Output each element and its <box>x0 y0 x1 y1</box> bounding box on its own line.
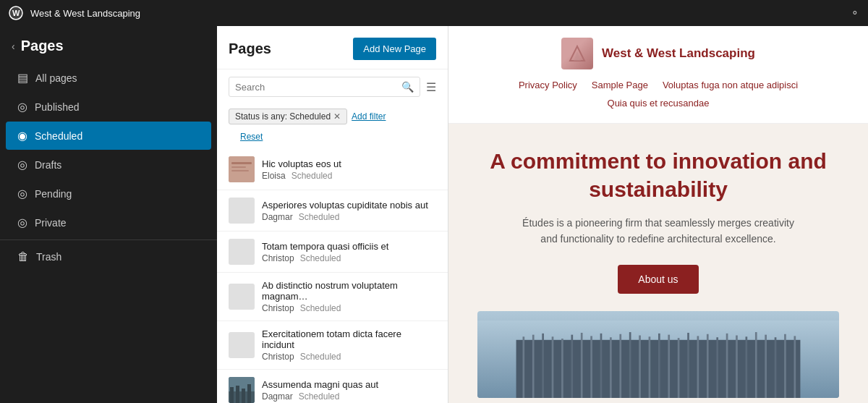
page-info: Asperiores voluptas cupiditate nobis aut… <box>262 200 436 222</box>
list-item[interactable]: Asperiores voluptas cupiditate nobis aut… <box>217 190 448 232</box>
page-meta: Dagmar Scheduled <box>262 212 436 222</box>
page-list: Hic voluptas eos ut Eloisa Scheduled Asp… <box>217 149 448 403</box>
page-author: Dagmar <box>262 212 293 222</box>
topbar-search-icon[interactable]: ⚬ <box>851 7 859 19</box>
list-item[interactable]: Totam tempora quasi officiis et Christop… <box>217 232 448 273</box>
sidebar-item-pending[interactable]: ◎ Pending <box>6 179 211 208</box>
sidebar-item-published[interactable]: ◎ Published <box>6 93 211 121</box>
svg-rect-25 <box>600 333 603 397</box>
svg-rect-31 <box>658 333 660 397</box>
preview-subtext: Études is a pioneering firm that seamles… <box>514 215 803 247</box>
svg-rect-42 <box>765 334 767 397</box>
preview-nav-voluptas[interactable]: Voluptas fuga non atque adipisci <box>663 80 798 90</box>
sidebar-item-label-scheduled: Scheduled <box>35 130 82 142</box>
sidebar-item-trash[interactable]: 🗑 Trash <box>6 243 211 271</box>
preview-nav-privacy[interactable]: Privacy Policy <box>519 80 577 90</box>
svg-rect-27 <box>619 334 621 397</box>
preview-header: West & West Landscaping Privacy Policy S… <box>448 26 868 124</box>
page-info: Ab distinctio nostrum voluptatem magnam…… <box>262 280 436 313</box>
svg-rect-39 <box>736 335 738 398</box>
svg-rect-22 <box>571 334 573 397</box>
svg-rect-17 <box>523 336 525 398</box>
page-thumbnail <box>229 198 255 224</box>
svg-rect-21 <box>561 339 563 398</box>
svg-rect-34 <box>687 333 689 398</box>
page-status: Scheduled <box>300 352 341 362</box>
site-name: West & West Landscaping <box>30 8 140 19</box>
filter-remove-button[interactable]: ✕ <box>333 111 341 122</box>
preview-nav-sample[interactable]: Sample Page <box>592 80 648 90</box>
svg-rect-19 <box>542 333 544 397</box>
svg-rect-26 <box>610 337 612 398</box>
svg-rect-32 <box>668 334 670 397</box>
list-item[interactable]: Assumenda magni quas aut Dagmar Schedule… <box>217 370 448 403</box>
page-status: Scheduled <box>299 212 340 222</box>
list-item[interactable]: Ab distinctio nostrum voluptatem magnam…… <box>217 273 448 321</box>
svg-rect-9 <box>230 387 234 403</box>
filter-options-icon[interactable]: ☰ <box>426 80 436 94</box>
svg-rect-40 <box>746 336 748 398</box>
page-status: Scheduled <box>300 303 341 313</box>
page-thumbnail <box>229 156 255 182</box>
sidebar-item-all-pages[interactable]: ▤ All pages <box>6 64 211 92</box>
svg-rect-20 <box>552 336 554 398</box>
svg-text:W: W <box>12 9 20 17</box>
preview-body: A commitment to innovation and sustainab… <box>448 124 868 403</box>
page-meta: Dagmar Scheduled <box>262 391 436 402</box>
page-author: Dagmar <box>262 391 293 402</box>
preview-cta: About us <box>477 265 839 294</box>
page-meta: Christop Scheduled <box>262 253 436 263</box>
preview-logo-wrap: West & West Landscaping <box>561 38 755 69</box>
sidebar-divider <box>0 239 217 240</box>
preview-headline: A commitment to innovation and sustainab… <box>477 147 839 203</box>
sidebar-back-button[interactable]: ‹ <box>12 41 15 52</box>
page-name: Ab distinctio nostrum voluptatem magnam… <box>262 280 436 302</box>
main-content: Pages Add New Page 🔍 ☰ Status is any: Sc… <box>217 0 868 403</box>
preview-nav-row2: Quia quis et recusandae <box>608 98 710 109</box>
about-us-button[interactable]: About us <box>618 265 698 294</box>
scheduled-icon: ◉ <box>17 129 27 143</box>
svg-rect-23 <box>581 333 583 398</box>
page-status: Scheduled <box>299 391 340 402</box>
add-new-page-button[interactable]: Add New Page <box>353 38 436 60</box>
search-icon: 🔍 <box>401 81 414 93</box>
sidebar-item-drafts[interactable]: ◎ Drafts <box>6 150 211 179</box>
preview-nav-quia[interactable]: Quia quis et recusandae <box>608 98 710 109</box>
list-item[interactable]: Hic voluptas eos ut Eloisa Scheduled <box>217 149 448 190</box>
add-filter-button[interactable]: Add filter <box>352 111 386 122</box>
sidebar-item-label-published: Published <box>35 101 80 113</box>
published-icon: ◎ <box>17 100 27 114</box>
reset-filter-button[interactable]: Reset <box>229 129 274 145</box>
svg-rect-33 <box>678 338 680 398</box>
svg-rect-45 <box>793 336 796 398</box>
svg-rect-35 <box>697 336 699 398</box>
preview-panel: West & West Landscaping Privacy Policy S… <box>448 26 868 403</box>
page-info: Totam tempora quasi officiis et Christop… <box>262 241 436 263</box>
svg-rect-24 <box>590 336 592 398</box>
svg-rect-10 <box>236 386 239 403</box>
sidebar-item-private[interactable]: ◎ Private <box>6 208 211 237</box>
page-name: Hic voluptas eos ut <box>262 158 436 169</box>
svg-rect-43 <box>775 337 777 398</box>
pages-panel-header: Pages Add New Page <box>217 26 448 69</box>
preview-building-image <box>477 311 839 398</box>
list-item[interactable]: Exercitationem totam dicta facere incidu… <box>217 321 448 370</box>
page-name: Totam tempora quasi officiis et <box>262 241 436 252</box>
svg-rect-18 <box>532 334 535 397</box>
sidebar-item-scheduled[interactable]: ◉ Scheduled <box>6 122 211 150</box>
private-icon: ◎ <box>17 216 27 229</box>
svg-rect-4 <box>231 162 252 164</box>
svg-rect-29 <box>639 335 641 398</box>
page-author: Christop <box>262 253 294 263</box>
svg-rect-38 <box>726 333 728 397</box>
svg-rect-3 <box>229 156 255 182</box>
sidebar-title: Pages <box>21 38 64 54</box>
filter-bar: Status is any: Scheduled ✕ Add filter <box>217 104 448 127</box>
page-name: Exercitationem totam dicta facere incidu… <box>262 328 436 350</box>
svg-rect-5 <box>231 166 246 168</box>
search-input[interactable] <box>235 82 397 93</box>
sidebar-item-label-all-pages: All pages <box>35 72 77 84</box>
page-info: Hic voluptas eos ut Eloisa Scheduled <box>262 158 436 181</box>
page-thumbnail <box>229 332 255 358</box>
trash-icon: 🗑 <box>17 250 29 263</box>
